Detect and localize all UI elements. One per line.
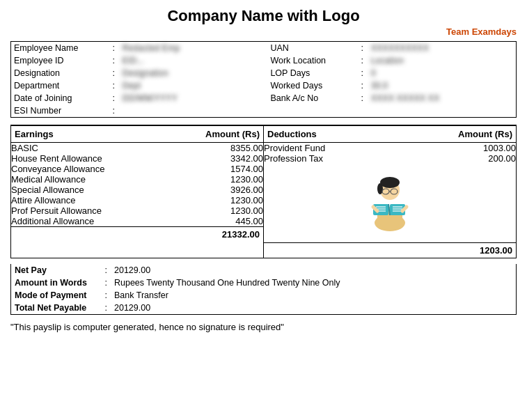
earning-amount-attire: 1230.00 xyxy=(164,195,263,205)
earning-name-additional: Additional Allowance xyxy=(11,216,164,227)
worked-days-value: 30.0 xyxy=(368,79,517,92)
department-value: Dept xyxy=(120,79,268,92)
uan-label: UAN xyxy=(267,42,358,55)
earnings-total-row: 21332.00 xyxy=(11,227,263,242)
deduction-name-pt: Profession Tax xyxy=(264,153,390,164)
mode-of-payment-label: Mode of Payment xyxy=(11,289,102,302)
employee-info-table: Employee Name : Redacted Emp UAN : XXXXX… xyxy=(10,41,517,118)
earnings-total-value: 21332.00 xyxy=(164,227,263,242)
earning-name-basic: BASIC xyxy=(11,143,164,154)
emp-id-label: Employee ID xyxy=(11,54,110,67)
deductions-header: Deductions xyxy=(264,126,390,143)
designation-label: Designation xyxy=(11,67,110,79)
earnings-header: Earnings xyxy=(11,126,164,143)
svg-point-3 xyxy=(380,177,400,188)
earning-name-attire: Attire Allowance xyxy=(11,195,164,205)
designation-value: Designation xyxy=(120,67,268,79)
earning-amount-hra: 3342.00 xyxy=(164,153,263,164)
earning-name-hra: House Rent Allowance xyxy=(11,153,164,164)
footer-note: "This payslip is computer generated, hen… xyxy=(10,322,517,332)
bank-ac-value: XXXX XXXXX XX xyxy=(368,92,517,104)
summary-table: Net Pay : 20129.00 Amount in Words : Rup… xyxy=(10,264,517,315)
earning-amount-additional: 445.00 xyxy=(164,216,263,227)
emp-name-value: Redacted Emp xyxy=(120,42,268,55)
header-section: Company Name with Logo xyxy=(10,7,517,25)
mode-of-payment-row: Mode of Payment : Bank Transfer xyxy=(11,289,517,302)
lop-days-label: LOP Days xyxy=(267,67,358,79)
earning-row-special: Special Allowance 3926.00 xyxy=(11,185,263,195)
earning-amount-basic: 8355.00 xyxy=(164,143,263,154)
worked-days-label: Worked Days xyxy=(267,79,358,92)
doj-value: DD/MM/YYYY xyxy=(120,92,268,104)
team-name: Team Examdays xyxy=(10,26,517,37)
work-location-label: Work Location xyxy=(267,54,358,67)
earning-name-conveyance: Conveyance Allowance xyxy=(11,164,164,174)
mode-of-payment-value: Bank Transfer xyxy=(111,289,517,302)
department-label: Department xyxy=(11,79,110,92)
earning-row-hra: House Rent Allowance 3342.00 xyxy=(11,153,263,164)
deduction-name-pf: Provident Fund xyxy=(264,143,390,154)
earning-amount-medical: 1230.00 xyxy=(164,174,263,185)
salary-table: Earnings Amount (Rs) BASIC 8355.00 House… xyxy=(10,125,517,258)
earning-row-medical: Medical Allowance 1230.00 xyxy=(11,174,263,185)
earning-amount-conveyance: 1574.00 xyxy=(164,164,263,174)
earnings-total-label xyxy=(11,227,164,242)
total-net-payable-label: Total Net Payable xyxy=(11,302,102,315)
earning-row-attire: Attire Allowance 1230.00 xyxy=(11,195,263,205)
earning-name-medical: Medical Allowance xyxy=(11,174,164,185)
amount-words-label: Amount in Words xyxy=(11,277,102,289)
amount-words-value: Rupees Twenty Thousand One Hundred Twent… xyxy=(111,277,517,289)
earning-amount-profpersuit: 1230.00 xyxy=(164,205,263,216)
company-name: Company Name with Logo xyxy=(10,7,517,25)
deduction-amount-pf: 1003.00 xyxy=(390,143,516,154)
earning-row-basic: BASIC 8355.00 xyxy=(11,143,263,154)
esi-label: ESI Number xyxy=(11,104,110,118)
total-net-payable-value: 20129.00 xyxy=(111,302,517,315)
deduction-row-pt: Profession Tax 200.00 xyxy=(264,153,516,164)
total-net-payable-row: Total Net Payable : 20129.00 xyxy=(11,302,517,315)
deduction-amount-pt: 200.00 xyxy=(390,153,516,164)
earning-row-conveyance: Conveyance Allowance 1574.00 xyxy=(11,164,263,174)
earning-name-profpersuit: Prof Persuit Allowance xyxy=(11,205,164,216)
net-pay-row: Net Pay : 20129.00 xyxy=(11,264,517,277)
amount-words-row: Amount in Words : Rupees Twenty Thousand… xyxy=(11,277,517,289)
deductions-total-row: 1203.00 xyxy=(264,243,516,258)
uan-value: XXXXXXXXXX xyxy=(368,42,517,55)
figure-row xyxy=(264,164,516,243)
deductions-total-label xyxy=(264,243,390,258)
bank-ac-label: Bank A/c No xyxy=(267,92,358,104)
lop-days-value: 0 xyxy=(368,67,517,79)
emp-name-label: Employee Name xyxy=(11,42,110,55)
net-pay-label: Net Pay xyxy=(11,264,102,277)
deductions-total-value: 1203.00 xyxy=(390,243,516,258)
emp-id-value: EID... xyxy=(120,54,268,67)
esi-value xyxy=(120,104,268,118)
work-location-value: Location xyxy=(368,54,517,67)
deduction-row-pf: Provident Fund 1003.00 xyxy=(264,143,516,154)
earning-row-additional: Additional Allowance 445.00 xyxy=(11,216,263,227)
doj-label: Date of Joining xyxy=(11,92,110,104)
net-pay-value: 20129.00 xyxy=(111,264,517,277)
reading-figure-icon xyxy=(355,171,425,233)
earning-name-special: Special Allowance xyxy=(11,185,164,195)
earning-row-profpersuit: Prof Persuit Allowance 1230.00 xyxy=(11,205,263,216)
deductions-amount-header: Amount (Rs) xyxy=(390,126,516,143)
earnings-amount-header: Amount (Rs) xyxy=(164,126,263,143)
earning-amount-special: 3926.00 xyxy=(164,185,263,195)
